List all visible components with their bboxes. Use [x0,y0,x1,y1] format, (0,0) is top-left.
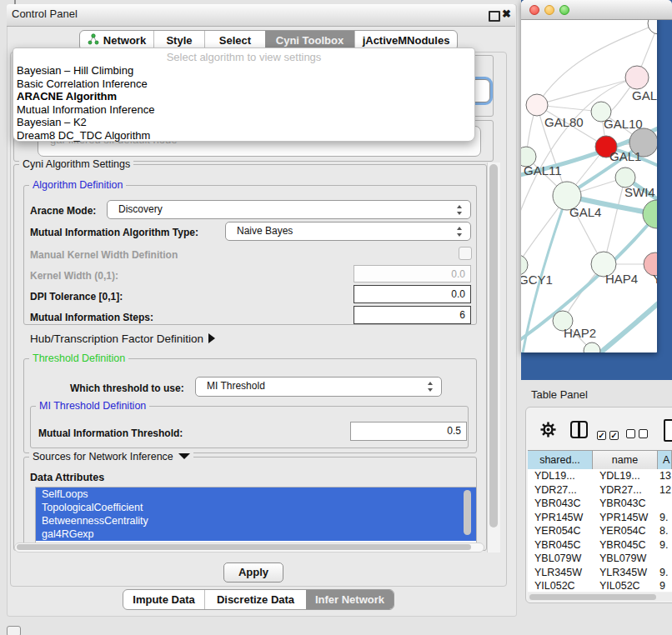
table-row[interactable]: YBL079W YBL079W [528,552,672,566]
settings-scrollbar-thumb[interactable] [489,164,498,528]
group-title: Cyni Algorithm Settings [19,158,133,170]
tab-impute-data[interactable]: Impute Data [123,590,204,609]
node-label: GCY1 [521,272,553,287]
node-gal80[interactable] [526,94,548,116]
tab-discretize-data[interactable]: Discretize Data [204,590,306,609]
grid-icon-partial[interactable] [7,626,21,635]
list-item[interactable]: SelfLoops [36,488,476,501]
apply-button[interactable]: Apply [223,562,283,582]
mi-threshold-field[interactable]: 0.5 [350,422,467,441]
tab-label: Cyni Toolbox [276,34,344,47]
node-partial-top[interactable] [648,20,657,34]
list-item[interactable]: gal4RGexp [36,528,476,541]
cell-value[interactable]: 13 [659,469,672,483]
cell-name[interactable]: YDR27... [599,483,656,498]
mi-algorithm-type-label: Mutual Information Algorithm Type: [30,227,198,238]
dropdown-item[interactable]: Mutual Information Inference [17,103,154,117]
cell-value[interactable]: 12 [659,483,672,498]
manual-kernel-checkbox[interactable] [459,247,472,260]
dropdown-item-selected[interactable]: ARACNE Algorithm [17,90,117,103]
node-label: HAP2 [564,326,596,340]
list-item[interactable]: BetweennessCentrality [36,514,476,528]
table-hscrollbar-thumb[interactable] [529,594,656,600]
table-row[interactable]: YDL19... YDL19... 13 [528,469,672,483]
cell-shared-name[interactable]: YBR043C [534,497,591,511]
column-header-name[interactable]: name [593,451,658,470]
column-header-partial[interactable]: A [658,451,672,470]
table-row[interactable]: YLR345W YLR345W 9. [528,566,672,580]
cell-value[interactable]: 8. [659,524,672,538]
combo-value: Discovery [118,203,163,215]
deselect-all-checkboxes-icon[interactable] [626,427,648,442]
settings-hscrollbar-thumb[interactable] [17,544,471,550]
float-window-icon[interactable] [489,11,500,22]
cell-shared-name[interactable]: YDR27... [534,483,591,498]
cell-shared-name[interactable]: YDL19... [534,469,591,483]
hub-definition-toggle[interactable]: Hub/Transcription Factor Definition [30,332,215,345]
list-item[interactable]: TopologicalCoefficient [36,501,476,514]
node-label: GAL [632,88,657,102]
close-traffic-light-icon[interactable] [529,5,539,15]
cell-shared-name[interactable]: YBR045C [534,538,591,552]
dpi-tolerance-field[interactable]: 0.0 [354,285,471,303]
cell-shared-name[interactable]: YIL052C [534,579,591,592]
tab-infer-network[interactable]: Infer Network [306,590,394,609]
node-gal-pink[interactable] [625,66,649,89]
cell-name[interactable]: YBR043C [599,497,656,511]
which-threshold-label: Which threshold to use: [70,382,184,394]
cell-shared-name[interactable]: YPR145W [534,511,591,525]
cell-shared-name[interactable]: YER054C [534,524,591,538]
dropdown-item[interactable]: Basic Correlation Inference [17,78,148,91]
network-canvas[interactable]: GAL GAL80 GAL10 GAL1 GAL11 GAL4 SWI4 GCY… [521,20,657,352]
cell-name[interactable]: YER054C [599,524,656,538]
table-row[interactable]: YPR145W YPR145W 9. [528,511,672,525]
cell-shared-name[interactable]: YBL079W [534,552,591,566]
minimize-traffic-light-icon[interactable] [544,5,554,15]
sources-toggle[interactable]: Sources for Network Inference [29,451,193,462]
node-label: Y [653,272,657,286]
algorithm-dropdown-popup: Select algorithm to view settings Bayesi… [13,48,475,142]
cell-value[interactable]: 9. [659,538,672,552]
table-row[interactable]: YBR045C YBR045C 9. [528,538,672,552]
table-row[interactable]: YIL052C YIL052C 9 [528,579,672,592]
dropdown-item[interactable]: Dream8 DC_TDC Algorithm [17,129,150,142]
stepper-arrows-icon [456,227,463,237]
gear-icon[interactable] [540,422,556,441]
zoom-traffic-light-icon[interactable] [559,5,569,15]
mi-algorithm-type-combo[interactable]: Naive Bayes [225,222,471,241]
network-window: GAL GAL80 GAL10 GAL1 GAL11 GAL4 SWI4 GCY… [521,0,657,352]
aracne-mode-combo[interactable]: Discovery [107,200,471,219]
control-panel-titlebar [7,4,515,27]
cell-value[interactable]: 9. [659,511,672,525]
columns-icon[interactable] [570,421,588,438]
cell-name[interactable]: YDL19... [599,469,656,483]
list-scrollbar-thumb[interactable] [464,490,471,535]
cell-name[interactable]: YPR145W [599,511,656,525]
dropdown-item[interactable]: Bayesian – K2 [17,116,87,129]
network-view-panel: GAL GAL80 GAL10 GAL1 GAL11 GAL4 SWI4 GCY… [521,0,672,380]
expanded-arrow-icon [178,453,190,459]
document-icon-partial[interactable] [664,419,672,442]
cell-value[interactable]: 9. [659,566,672,580]
network-window-titlebar[interactable] [521,0,672,20]
table-header-row: shared... name A [528,450,672,471]
table-row[interactable]: YBR043C YBR043C [528,497,672,511]
cell-shared-name[interactable]: YLR345W [534,566,591,580]
kernel-width-field[interactable]: 0.0 [354,265,471,282]
column-header-shared-name[interactable]: shared... [528,451,593,470]
table-row[interactable]: YDR27... YDR27... 12 [528,483,672,498]
select-all-checkboxes-icon[interactable]: ✓✓ [597,427,619,442]
cell-value[interactable]: 9 [659,579,672,592]
cell-name[interactable]: YBL079W [599,552,656,566]
cell-name[interactable]: YIL052C [599,579,656,592]
cell-name[interactable]: YLR345W [599,566,656,580]
close-icon[interactable]: ✖ [502,8,511,20]
table-body: YDL19... YDL19... 13 YDR27... YDR27... 1… [528,469,672,592]
mi-steps-field[interactable]: 6 [354,306,471,324]
dropdown-item[interactable]: Bayesian – Hill Climbing [17,64,133,78]
which-threshold-combo[interactable]: MI Threshold [195,377,442,397]
cell-name[interactable]: YBR045C [599,538,656,552]
table-row[interactable]: YER054C YER054C 8. [528,524,672,538]
node-partial-bottom[interactable] [584,342,600,352]
node-big-green[interactable] [643,200,657,228]
